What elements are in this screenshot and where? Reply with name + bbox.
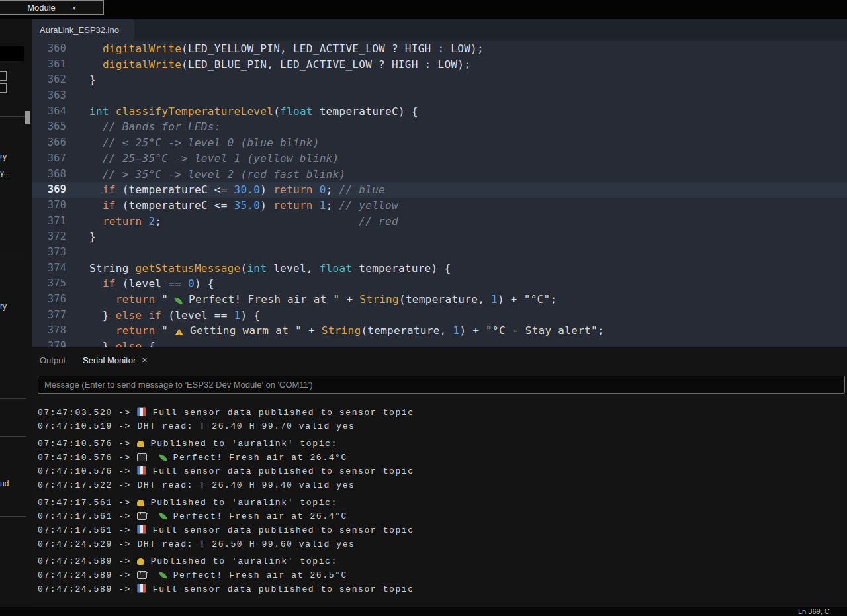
- editor-tab-bar: AuraLink_ESP32.ino: [32, 19, 847, 41]
- code-line[interactable]: 372}: [32, 229, 847, 245]
- token: Published to 'auralink' topic:: [144, 439, 337, 449]
- token: level,: [267, 262, 319, 275]
- tab-serial-monitor-label: Serial Monitor: [83, 355, 136, 365]
- tab-label: AuraLink_ESP32.ino: [40, 25, 119, 35]
- token: (LED_YELLOW_PIN, LED_ACTIVE_LOW ? HIGH :…: [181, 42, 484, 55]
- code-line[interactable]: 364int classifyTemperatureLevel(float te…: [32, 104, 847, 120]
- token: else: [116, 309, 142, 322]
- sidebar-checkbox-2[interactable]: [0, 83, 7, 93]
- token: Perfect! Fresh air at 26.4°C: [167, 453, 347, 462]
- token: (LED_BLUE_PIN, LED_ACTIVE_LOW ? HIGH : L…: [181, 58, 470, 71]
- token: Perfect! Fresh air at 26.5°C: [167, 570, 347, 580]
- code-line[interactable]: 373: [32, 245, 847, 261]
- code-line[interactable]: 378 return " Getting warm at " + String(…: [32, 323, 847, 339]
- token: (temperatureC <=: [116, 183, 234, 196]
- code-line[interactable]: 365 // Bands for LEDs:: [32, 119, 847, 135]
- token: Full sensor data published to sensor top…: [146, 584, 414, 594]
- serial-line: 07:47:03.520 -> Full sensor data publish…: [38, 406, 847, 419]
- tab-output[interactable]: Output: [40, 355, 66, 365]
- tab-sketch-file[interactable]: AuraLink_ESP32.ino: [32, 19, 134, 41]
- sidebar-divider: [0, 516, 26, 517]
- token: (level ==: [116, 277, 188, 290]
- token: // > 35°C -> level 2 (red fast blink): [103, 168, 346, 181]
- token: ) +: [498, 293, 524, 306]
- token: [89, 183, 103, 196]
- token: [89, 215, 103, 228]
- serial-message-input[interactable]: [38, 376, 845, 394]
- token: 07:47:03.520 ->: [38, 408, 137, 418]
- token: classifyTemperatureLevel: [116, 105, 273, 118]
- code-line[interactable]: 379 } else {: [32, 339, 847, 347]
- sidebar-item-fragment[interactable]: y...: [0, 168, 10, 177]
- token: return: [116, 293, 156, 306]
- sidebar-item-fragment[interactable]: ud: [0, 479, 9, 488]
- token: ) {: [195, 277, 214, 290]
- code-line[interactable]: 377 } else if (level == 1) {: [32, 308, 847, 324]
- token: String: [322, 324, 361, 337]
- token: 07:47:17.522 -> DHT read: T=26.40 H=99.4…: [38, 480, 355, 490]
- token: {: [142, 340, 155, 347]
- code-text: // ≤ 25°C -> level 0 (blue blink): [66, 135, 320, 151]
- warn-icon: [175, 328, 183, 335]
- token: }: [89, 230, 96, 243]
- token: 07:47:24.589 ->: [38, 556, 137, 566]
- token: if: [103, 277, 116, 290]
- token: Full sensor data published to sensor top…: [146, 408, 414, 418]
- bell-icon: [137, 441, 144, 447]
- chevron-down-icon: ▾: [73, 4, 76, 11]
- sidebar-checkbox-1[interactable]: [0, 71, 7, 81]
- code-line[interactable]: 374String getStatusMessage(int level, fl…: [32, 261, 847, 277]
- code-line[interactable]: 370 if (temperatureC <= 35.0) return 1; …: [32, 198, 847, 214]
- token: [89, 152, 103, 165]
- token: [142, 215, 148, 228]
- code-line[interactable]: 360 digitalWrite(LED_YELLOW_PIN, LED_ACT…: [32, 41, 847, 57]
- serial-line: 07:47:24.589 -> Published to 'auralink' …: [38, 554, 847, 568]
- code-line[interactable]: 368 // > 35°C -> level 2 (red fast blink…: [32, 167, 847, 183]
- board-selector-dropdown[interactable]: Module ▾: [0, 0, 104, 15]
- speech-icon: [137, 571, 147, 579]
- token: }: [89, 73, 96, 86]
- line-number: 376: [32, 292, 66, 308]
- token: if: [148, 309, 161, 322]
- token: (temperature,: [361, 324, 453, 337]
- sidebar-item-fragment[interactable]: ry: [0, 152, 7, 161]
- chart-icon: [137, 407, 146, 416]
- code-line[interactable]: 366 // ≤ 25°C -> level 0 (blue blink): [32, 135, 847, 151]
- sidebar-item-fragment[interactable]: ry: [0, 302, 7, 311]
- token: "°C": [524, 293, 551, 306]
- token: +: [340, 293, 360, 306]
- line-number: 364: [32, 104, 66, 120]
- token: 07:47:10.576 ->: [38, 439, 137, 449]
- close-icon[interactable]: ×: [142, 355, 147, 365]
- tab-serial-monitor[interactable]: Serial Monitor ×: [83, 355, 147, 365]
- token: [89, 168, 103, 181]
- code-line[interactable]: 369 if (temperatureC <= 30.0) return 0; …: [32, 182, 847, 198]
- token: Perfect! Fresh air at 26.4°C: [167, 511, 347, 521]
- code-line[interactable]: 367 // 25–35°C -> level 1 (yellow blink): [32, 151, 847, 167]
- sidebar-scrollbar-thumb[interactable]: [25, 111, 30, 124]
- code-editor[interactable]: 360 digitalWrite(LED_YELLOW_PIN, LED_ACT…: [32, 41, 847, 347]
- bottom-panel: Output Serial Monitor × 07:47:03.520 -> …: [32, 347, 847, 607]
- code-line[interactable]: 362}: [32, 72, 847, 88]
- left-sidebar: ry y... ry ud: [0, 13, 32, 607]
- token: if: [103, 183, 116, 196]
- token: 35.0: [234, 199, 261, 212]
- token: Published to 'auralink' topic:: [144, 498, 337, 507]
- token: Getting warm at ": [183, 324, 302, 337]
- serial-output[interactable]: 07:47:03.520 -> Full sensor data publish…: [38, 406, 847, 607]
- code-line[interactable]: 375 if (level == 0) {: [32, 276, 847, 292]
- token: +: [302, 324, 322, 337]
- code-text: if (level == 0) {: [66, 276, 214, 292]
- code-text: if (temperatureC <= 35.0) return 1; // y…: [66, 198, 398, 214]
- code-line[interactable]: 363: [32, 88, 847, 104]
- code-text: String getStatusMessage(int level, float…: [66, 261, 451, 277]
- code-line[interactable]: 371 return 2; // red: [32, 214, 847, 230]
- code-text: digitalWrite(LED_BLUE_PIN, LED_ACTIVE_LO…: [66, 57, 470, 73]
- token: [155, 293, 161, 306]
- token: 07:47:17.561 ->: [38, 511, 137, 521]
- token: Perfect! Fresh air at ": [182, 293, 339, 306]
- serial-line: 07:47:24.589 -> Full sensor data publish…: [38, 582, 847, 596]
- token: 07:47:10.519 -> DHT read: T=26.40 H=99.7…: [38, 421, 355, 431]
- code-line[interactable]: 361 digitalWrite(LED_BLUE_PIN, LED_ACTIV…: [32, 57, 847, 73]
- code-line[interactable]: 376 return " Perfect! Fresh air at " + S…: [32, 292, 847, 308]
